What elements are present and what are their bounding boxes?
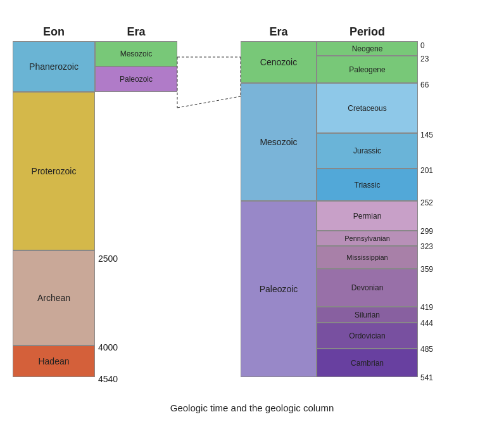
- period-ordovician: Ordovician: [317, 323, 418, 349]
- period-jurassic: Jurassic: [317, 133, 418, 169]
- era-paleozoic-right: Paleozoic: [241, 201, 317, 377]
- num-23: 23: [420, 55, 429, 63]
- period-cambrian: Cambrian: [317, 349, 418, 377]
- left-diagram: Eon Era Phanerozoic Proterozoic Archean …: [13, 25, 177, 380]
- label-2500: 2500: [98, 254, 118, 264]
- num-541: 541: [420, 373, 433, 382]
- era-paleozoic-left: Paleozoic: [95, 67, 177, 92]
- label-4000: 4000: [98, 342, 118, 352]
- period-neogene: Neogene: [317, 41, 418, 56]
- era-column-left: Mesozoic Paleozoic 2500 4000 4540: [95, 41, 177, 377]
- period-silurian: Silurian: [317, 307, 418, 323]
- era-empty: [95, 92, 177, 377]
- num-359: 359: [420, 265, 433, 274]
- num-444: 444: [420, 319, 433, 328]
- left-era-header: Era: [95, 25, 177, 39]
- num-66: 66: [420, 80, 429, 89]
- label-4540: 4540: [98, 374, 118, 384]
- period-pennsylvanian: Pennsylvanian: [317, 231, 418, 246]
- eon-hadean: Hadean: [13, 345, 95, 377]
- period-column: Neogene Paleogene Cretaceous Jurassic Tr…: [317, 41, 418, 377]
- num-299: 299: [420, 227, 433, 236]
- period-triassic: Triassic: [317, 169, 418, 201]
- main-container: Eon Era Phanerozoic Proterozoic Archean …: [0, 0, 504, 418]
- eon-archean: Archean: [13, 250, 95, 345]
- period-paleogene: Paleogene: [317, 56, 418, 83]
- svg-line-1: [177, 96, 241, 108]
- right-numbers-header: [418, 25, 450, 39]
- eon-proterozoic: Proterozoic: [13, 92, 95, 250]
- era-cenozoic: Cenozoic: [241, 41, 317, 83]
- left-eon-header: Eon: [13, 25, 95, 39]
- period-mississippian: Mississippian: [317, 246, 418, 269]
- num-419: 419: [420, 303, 433, 312]
- num-252: 252: [420, 198, 433, 207]
- period-devonian: Devonian: [317, 269, 418, 307]
- right-period-header: Period: [317, 25, 418, 39]
- left-body: Phanerozoic Proterozoic Archean Hadean M…: [13, 41, 177, 377]
- caption: Geologic time and the geologic column: [0, 402, 504, 413]
- period-permian: Permian: [317, 201, 418, 231]
- right-body: Cenozoic Mesozoic Paleozoic Neogene Pale…: [241, 41, 469, 377]
- num-485: 485: [420, 345, 433, 354]
- num-323: 323: [420, 242, 433, 251]
- right-headers: Era Period: [241, 25, 469, 39]
- right-diagram: Era Period Cenozoic Mesozoic Paleozoic N…: [241, 25, 469, 380]
- num-145: 145: [420, 131, 433, 139]
- left-headers: Eon Era: [13, 25, 177, 39]
- era-column-right: Cenozoic Mesozoic Paleozoic: [241, 41, 317, 377]
- eon-phanerozoic: Phanerozoic: [13, 41, 95, 92]
- eon-column: Phanerozoic Proterozoic Archean Hadean: [13, 41, 95, 377]
- number-column: 0 23 66 145 201 252 299 323 359 419 444 …: [418, 41, 450, 377]
- right-era-header: Era: [241, 25, 317, 39]
- num-201: 201: [420, 166, 433, 175]
- era-mesozoic-left: Mesozoic: [95, 41, 177, 67]
- era-mesozoic-right: Mesozoic: [241, 83, 317, 201]
- period-cretaceous: Cretaceous: [317, 83, 418, 133]
- num-0: 0: [420, 41, 425, 50]
